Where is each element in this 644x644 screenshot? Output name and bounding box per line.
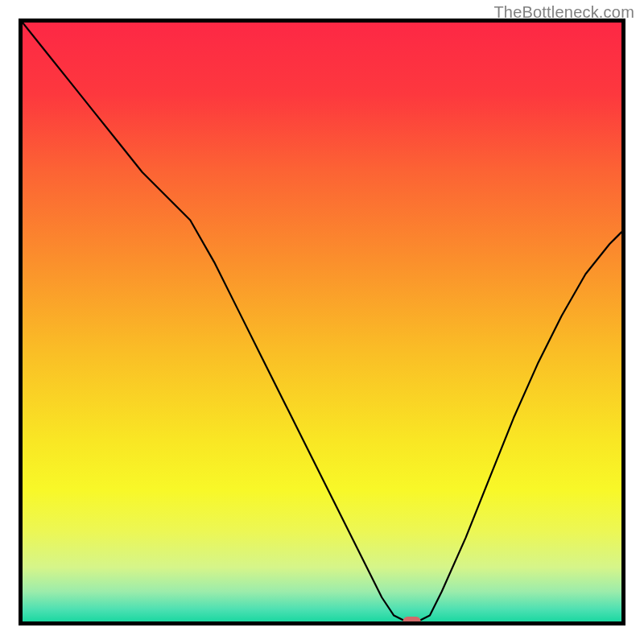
bottleneck-chart <box>0 0 644 644</box>
chart-container: TheBottleneck.com <box>0 0 644 644</box>
watermark-text: TheBottleneck.com <box>493 3 634 22</box>
gradient-background <box>23 23 621 621</box>
